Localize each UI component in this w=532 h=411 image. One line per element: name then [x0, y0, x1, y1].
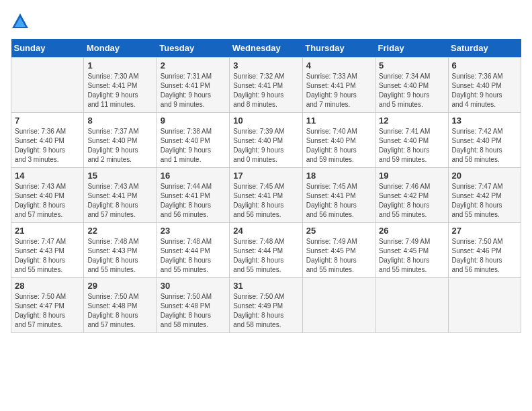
day-detail: Sunrise: 7:50 AM Sunset: 4:47 PM Dayligh… — [15, 292, 80, 330]
day-cell: 14Sunrise: 7:43 AM Sunset: 4:40 PM Dayli… — [11, 168, 84, 223]
day-cell: 21Sunrise: 7:47 AM Sunset: 4:43 PM Dayli… — [11, 223, 84, 278]
day-number: 10 — [233, 116, 298, 126]
day-detail: Sunrise: 7:50 AM Sunset: 4:48 PM Dayligh… — [161, 292, 226, 330]
day-cell: 28Sunrise: 7:50 AM Sunset: 4:47 PM Dayli… — [11, 278, 84, 333]
day-detail: Sunrise: 7:47 AM Sunset: 4:42 PM Dayligh… — [452, 182, 517, 220]
day-cell: 2Sunrise: 7:31 AM Sunset: 4:41 PM Daylig… — [157, 58, 229, 113]
week-row-5: 28Sunrise: 7:50 AM Sunset: 4:47 PM Dayli… — [11, 278, 521, 333]
day-number: 12 — [379, 116, 444, 126]
day-header-saturday: Saturday — [448, 39, 521, 58]
day-number: 7 — [15, 116, 80, 126]
day-cell — [375, 278, 448, 333]
day-cell: 19Sunrise: 7:46 AM Sunset: 4:42 PM Dayli… — [375, 168, 448, 223]
page-header — [11, 11, 521, 31]
day-number: 22 — [87, 226, 152, 236]
day-header-tuesday: Tuesday — [157, 39, 229, 58]
day-header-wednesday: Wednesday — [230, 39, 302, 58]
day-cell: 16Sunrise: 7:44 AM Sunset: 4:41 PM Dayli… — [157, 168, 229, 223]
day-number: 9 — [161, 116, 226, 126]
day-number: 13 — [452, 116, 517, 126]
day-detail: Sunrise: 7:44 AM Sunset: 4:41 PM Dayligh… — [161, 182, 226, 220]
day-number: 26 — [379, 226, 444, 236]
day-cell — [11, 58, 84, 113]
day-detail: Sunrise: 7:33 AM Sunset: 4:41 PM Dayligh… — [306, 72, 371, 109]
day-number: 8 — [87, 116, 152, 126]
day-cell: 6Sunrise: 7:36 AM Sunset: 4:40 PM Daylig… — [448, 58, 521, 113]
week-row-4: 21Sunrise: 7:47 AM Sunset: 4:43 PM Dayli… — [11, 223, 521, 278]
day-number: 23 — [161, 226, 226, 236]
day-cell — [302, 278, 375, 333]
day-detail: Sunrise: 7:40 AM Sunset: 4:40 PM Dayligh… — [306, 127, 371, 165]
day-number: 20 — [452, 171, 517, 181]
day-number: 4 — [306, 60, 371, 71]
day-cell: 10Sunrise: 7:39 AM Sunset: 4:40 PM Dayli… — [230, 113, 302, 168]
day-cell: 11Sunrise: 7:40 AM Sunset: 4:40 PM Dayli… — [302, 113, 375, 168]
day-cell: 9Sunrise: 7:38 AM Sunset: 4:40 PM Daylig… — [157, 113, 229, 168]
day-cell: 29Sunrise: 7:50 AM Sunset: 4:48 PM Dayli… — [84, 278, 157, 333]
calendar-table: SundayMondayTuesdayWednesdayThursdayFrid… — [11, 39, 521, 333]
day-number: 19 — [379, 171, 444, 181]
week-row-1: 1Sunrise: 7:30 AM Sunset: 4:41 PM Daylig… — [11, 58, 521, 113]
day-number: 6 — [452, 60, 517, 71]
day-detail: Sunrise: 7:36 AM Sunset: 4:40 PM Dayligh… — [15, 127, 80, 165]
day-detail: Sunrise: 7:42 AM Sunset: 4:40 PM Dayligh… — [452, 127, 517, 165]
day-detail: Sunrise: 7:31 AM Sunset: 4:41 PM Dayligh… — [161, 72, 226, 109]
day-detail: Sunrise: 7:46 AM Sunset: 4:42 PM Dayligh… — [379, 182, 444, 220]
day-detail: Sunrise: 7:32 AM Sunset: 4:41 PM Dayligh… — [233, 72, 298, 109]
day-number: 18 — [306, 171, 371, 181]
day-number: 31 — [233, 281, 298, 291]
logo-icon — [11, 12, 30, 31]
day-detail: Sunrise: 7:45 AM Sunset: 4:41 PM Dayligh… — [306, 182, 371, 220]
day-detail: Sunrise: 7:39 AM Sunset: 4:40 PM Dayligh… — [233, 127, 298, 165]
day-detail: Sunrise: 7:34 AM Sunset: 4:40 PM Dayligh… — [379, 72, 444, 109]
day-detail: Sunrise: 7:38 AM Sunset: 4:40 PM Dayligh… — [161, 127, 226, 165]
day-header-monday: Monday — [84, 39, 157, 58]
day-detail: Sunrise: 7:48 AM Sunset: 4:44 PM Dayligh… — [161, 237, 226, 275]
day-cell: 31Sunrise: 7:50 AM Sunset: 4:49 PM Dayli… — [230, 278, 302, 333]
day-detail: Sunrise: 7:49 AM Sunset: 4:45 PM Dayligh… — [306, 237, 371, 275]
day-detail: Sunrise: 7:48 AM Sunset: 4:43 PM Dayligh… — [87, 237, 152, 275]
day-detail: Sunrise: 7:43 AM Sunset: 4:40 PM Dayligh… — [15, 182, 80, 220]
day-detail: Sunrise: 7:45 AM Sunset: 4:41 PM Dayligh… — [233, 182, 298, 220]
day-number: 3 — [233, 60, 298, 71]
day-number: 21 — [15, 226, 80, 236]
day-cell: 24Sunrise: 7:48 AM Sunset: 4:44 PM Dayli… — [230, 223, 302, 278]
day-cell: 22Sunrise: 7:48 AM Sunset: 4:43 PM Dayli… — [84, 223, 157, 278]
day-number: 17 — [233, 171, 298, 181]
day-cell: 17Sunrise: 7:45 AM Sunset: 4:41 PM Dayli… — [230, 168, 302, 223]
day-header-friday: Friday — [375, 39, 448, 58]
day-number: 28 — [15, 281, 80, 291]
day-number: 27 — [452, 226, 517, 236]
day-detail: Sunrise: 7:30 AM Sunset: 4:41 PM Dayligh… — [87, 72, 152, 109]
day-cell: 20Sunrise: 7:47 AM Sunset: 4:42 PM Dayli… — [448, 168, 521, 223]
day-number: 2 — [161, 60, 226, 71]
day-cell: 4Sunrise: 7:33 AM Sunset: 4:41 PM Daylig… — [302, 58, 375, 113]
day-detail: Sunrise: 7:37 AM Sunset: 4:40 PM Dayligh… — [87, 127, 152, 165]
day-cell: 25Sunrise: 7:49 AM Sunset: 4:45 PM Dayli… — [302, 223, 375, 278]
day-cell: 27Sunrise: 7:50 AM Sunset: 4:46 PM Dayli… — [448, 223, 521, 278]
day-detail: Sunrise: 7:41 AM Sunset: 4:40 PM Dayligh… — [379, 127, 444, 165]
day-number: 1 — [87, 60, 152, 71]
day-cell: 12Sunrise: 7:41 AM Sunset: 4:40 PM Dayli… — [375, 113, 448, 168]
day-number: 5 — [379, 60, 444, 71]
week-row-2: 7Sunrise: 7:36 AM Sunset: 4:40 PM Daylig… — [11, 113, 521, 168]
day-detail: Sunrise: 7:50 AM Sunset: 4:48 PM Dayligh… — [87, 292, 152, 330]
day-number: 30 — [161, 281, 226, 291]
day-cell: 3Sunrise: 7:32 AM Sunset: 4:41 PM Daylig… — [230, 58, 302, 113]
day-number: 16 — [161, 171, 226, 181]
day-cell: 30Sunrise: 7:50 AM Sunset: 4:48 PM Dayli… — [157, 278, 229, 333]
day-number: 11 — [306, 116, 371, 126]
day-cell: 26Sunrise: 7:49 AM Sunset: 4:45 PM Dayli… — [375, 223, 448, 278]
day-number: 14 — [15, 171, 80, 181]
day-detail: Sunrise: 7:48 AM Sunset: 4:44 PM Dayligh… — [233, 237, 298, 275]
day-number: 25 — [306, 226, 371, 236]
day-cell: 23Sunrise: 7:48 AM Sunset: 4:44 PM Dayli… — [157, 223, 229, 278]
days-header-row: SundayMondayTuesdayWednesdayThursdayFrid… — [11, 39, 521, 58]
day-detail: Sunrise: 7:50 AM Sunset: 4:49 PM Dayligh… — [233, 292, 298, 330]
day-cell: 18Sunrise: 7:45 AM Sunset: 4:41 PM Dayli… — [302, 168, 375, 223]
day-cell: 13Sunrise: 7:42 AM Sunset: 4:40 PM Dayli… — [448, 113, 521, 168]
day-cell — [448, 278, 521, 333]
day-detail: Sunrise: 7:50 AM Sunset: 4:46 PM Dayligh… — [452, 237, 517, 275]
day-detail: Sunrise: 7:36 AM Sunset: 4:40 PM Dayligh… — [452, 72, 517, 109]
week-row-3: 14Sunrise: 7:43 AM Sunset: 4:40 PM Dayli… — [11, 168, 521, 223]
